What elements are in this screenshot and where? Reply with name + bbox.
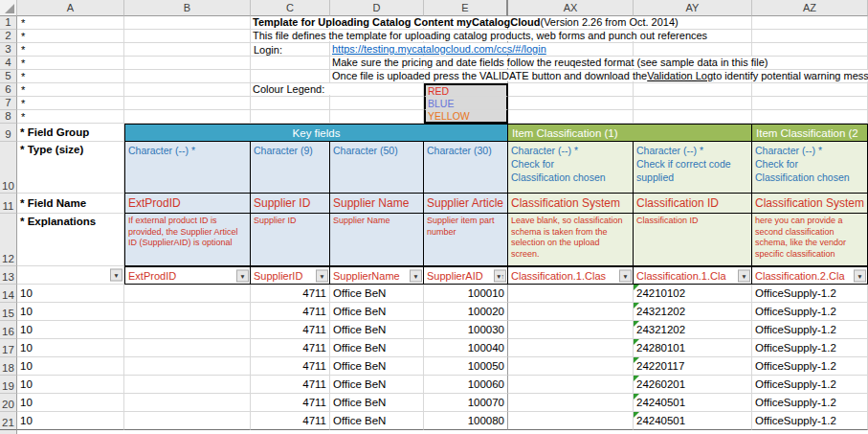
filter-cell-classification-1-id[interactable]: Classification.1.Cla ▼ (634, 266, 752, 285)
column-header-d[interactable]: D (330, 0, 424, 16)
cell-c7[interactable] (251, 97, 330, 110)
filter-cell-supplieraid[interactable]: SupplierAID ▼↑ (424, 266, 508, 285)
cell-d7[interactable] (330, 97, 424, 110)
cell-e20[interactable]: 100070 (424, 394, 508, 412)
cell-ax6[interactable] (508, 83, 634, 97)
filter-cell-classification-1-system[interactable]: Classification.1.Clas ▼ (508, 266, 634, 285)
cell-d21[interactable]: Office BeN (330, 412, 424, 430)
filter-cell-suppliername[interactable]: SupplierName ▼ (330, 266, 424, 285)
cell-ay6[interactable] (634, 83, 752, 97)
type-classification-system-1[interactable]: Character (--) * Check for Classificatio… (508, 142, 634, 194)
cell-az7[interactable] (752, 97, 868, 110)
cell-b16[interactable] (124, 321, 251, 339)
fieldname-supplier-article[interactable]: Supplier Article (424, 194, 508, 214)
row-header-1[interactable]: 1 (0, 16, 17, 30)
cell-az1[interactable] (752, 16, 868, 30)
filter-cell-supplierid[interactable]: SupplierID ▼ (251, 266, 330, 285)
cell-c1-title[interactable]: Template for Uploading Catalog Content m… (251, 16, 330, 30)
row-header-6[interactable]: 6 (0, 83, 17, 97)
cell-e14[interactable]: 100010 (424, 285, 508, 303)
cell-c5[interactable] (251, 70, 330, 83)
explanation-supplier-id[interactable]: Supplier ID (251, 214, 330, 266)
filter-dropdown-supplieraid-sorted[interactable]: ▼↑ (494, 269, 506, 282)
row-header-13[interactable]: 13 (0, 266, 17, 285)
cell-c4[interactable] (251, 57, 330, 70)
cell-b7[interactable] (124, 97, 251, 110)
cell-ax16[interactable] (508, 321, 634, 339)
explanation-classification-id-1[interactable]: Classification ID (634, 214, 752, 266)
cell-a15[interactable]: 10 (17, 303, 124, 321)
row-header-5[interactable]: 5 (0, 70, 17, 83)
cell-ax7[interactable] (508, 97, 634, 110)
cell-d3-login-link[interactable]: https://testing.mycatalogcloud.com/ccs/#… (330, 43, 424, 57)
cell-b18[interactable] (124, 357, 251, 376)
cell-a19[interactable]: 10 (17, 376, 124, 394)
explanation-extprodid[interactable]: If external product ID is provided, the … (124, 214, 251, 266)
row-header-10[interactable]: 10 (0, 142, 17, 194)
cell-b3[interactable] (124, 43, 251, 57)
cell-e17[interactable]: 100040 (424, 339, 508, 357)
fieldname-supplier-id[interactable]: Supplier ID (251, 194, 330, 214)
legend-yellow-cell[interactable]: YELLOW (424, 110, 508, 124)
row-header-18[interactable]: 18 (0, 357, 17, 376)
cell-ay15[interactable]: 24321202 (634, 303, 752, 321)
row-header-7[interactable]: 7 (0, 97, 17, 110)
cell-b4[interactable] (124, 57, 251, 70)
row-header-9[interactable]: 9 (0, 124, 17, 142)
column-header-c[interactable]: C (251, 0, 330, 16)
cell-ay20[interactable]: 24240501 (634, 394, 752, 412)
filter-dropdown-classification-2-system[interactable]: ▼ (854, 269, 866, 282)
cell-d5-note[interactable]: Once file is uploaded press the VALIDATE… (330, 70, 424, 83)
cell-b17[interactable] (124, 339, 251, 357)
cell-az3[interactable] (752, 43, 868, 57)
cell-d16[interactable]: Office BeN (330, 321, 424, 339)
cell-a4[interactable]: * (17, 57, 124, 70)
cell-a1[interactable]: * (17, 16, 124, 30)
type-extprodid[interactable]: Character (--) * (124, 142, 251, 194)
filter-cell-a[interactable]: ▼ (17, 266, 124, 285)
cell-d14[interactable]: Office BeN (330, 285, 424, 303)
filter-dropdown-suppliername[interactable]: ▼ (410, 269, 422, 282)
fieldname-extprodid[interactable]: ExtProdID (124, 194, 251, 214)
cell-e19[interactable]: 100060 (424, 376, 508, 394)
cell-c19[interactable]: 4711 (251, 376, 330, 394)
cell-ay16[interactable]: 24321202 (634, 321, 752, 339)
row-header-17[interactable]: 17 (0, 339, 17, 357)
cell-ax15[interactable] (508, 303, 634, 321)
cell-ay14[interactable]: 24210102 (634, 285, 752, 303)
fieldname-classification-system-2[interactable]: Classification System (752, 194, 868, 214)
cell-az17[interactable]: OfficeSupply-1.2 (752, 339, 868, 357)
row-header-4[interactable]: 4 (0, 57, 17, 70)
cell-a18[interactable]: 10 (17, 357, 124, 376)
cell-e21[interactable]: 100080 (424, 412, 508, 430)
cell-ay19[interactable]: 24260201 (634, 376, 752, 394)
column-header-a[interactable]: A (17, 0, 124, 16)
cell-a7[interactable]: * (17, 97, 124, 110)
cell-b8[interactable] (124, 110, 251, 124)
cell-a3[interactable]: * (17, 43, 124, 57)
legend-blue-cell[interactable]: BLUE (424, 97, 508, 110)
cell-a20[interactable]: 10 (17, 394, 124, 412)
cell-ax14[interactable] (508, 285, 634, 303)
row-header-2[interactable]: 2 (0, 30, 17, 43)
cell-e18[interactable]: 100050 (424, 357, 508, 376)
cell-b1[interactable] (124, 16, 251, 30)
cell-ax20[interactable] (508, 394, 634, 412)
cell-d6[interactable] (330, 83, 424, 97)
filter-dropdown-supplierid[interactable]: ▼ (316, 269, 328, 282)
cell-az20[interactable]: OfficeSupply-1.2 (752, 394, 868, 412)
type-classification-id-1[interactable]: Character (--) * Check if correct code s… (634, 142, 752, 194)
cell-a21[interactable]: 10 (17, 412, 124, 430)
group-item-classification-1[interactable]: Item Classification (1) (508, 124, 752, 142)
cell-b21[interactable] (124, 412, 251, 430)
cell-c15[interactable]: 4711 (251, 303, 330, 321)
cell-b15[interactable] (124, 303, 251, 321)
select-all-button[interactable] (0, 0, 17, 16)
cell-ay7[interactable] (634, 97, 752, 110)
cell-a14[interactable]: 10 (17, 285, 124, 303)
cell-d20[interactable]: Office BeN (330, 394, 424, 412)
cell-d19[interactable]: Office BeN (330, 376, 424, 394)
row-header-21[interactable]: 21 (0, 412, 17, 430)
column-header-ay[interactable]: AY (634, 0, 752, 16)
cell-d17[interactable]: Office BeN (330, 339, 424, 357)
